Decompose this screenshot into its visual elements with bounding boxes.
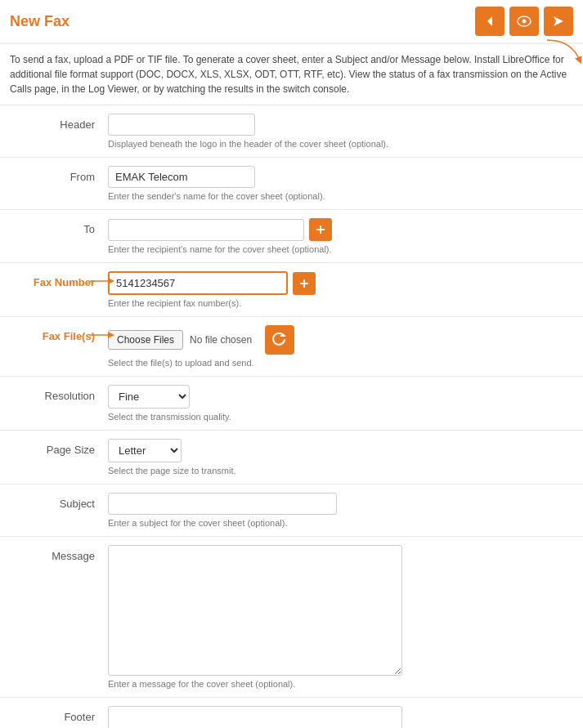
no-file-text: No file chosen [190, 334, 252, 346]
fax-files-hint: Select the file(s) to upload and send. [108, 358, 573, 368]
fax-files-row: Fax File(s) Choose Files No file chosen … [0, 317, 583, 377]
header-bar: New Fax [0, 0, 583, 44]
page-title: New Fax [10, 13, 70, 30]
refresh-button[interactable] [265, 325, 294, 355]
fax-number-add-button[interactable] [293, 272, 316, 295]
page-size-label: Page Size [10, 439, 108, 456]
file-input-row: Choose Files No file chosen [108, 325, 573, 355]
svg-marker-4 [316, 226, 325, 234]
preview-button[interactable] [509, 7, 539, 36]
svg-marker-0 [487, 16, 492, 26]
from-row: From Enter the sender's name for the cov… [0, 158, 583, 210]
message-textarea[interactable] [108, 545, 402, 676]
resolution-select[interactable]: Fine Normal High [108, 385, 190, 409]
to-hint: Enter the recipient's name for the cover… [108, 244, 573, 254]
footer-label: Footer [10, 706, 108, 723]
header-row: Header Displayed beneath the logo in the… [0, 105, 583, 158]
fax-number-label-wrapper: Fax Number [10, 271, 108, 288]
to-content: Enter the recipient's name for the cover… [108, 218, 573, 254]
fax-number-input-row [108, 271, 573, 295]
svg-marker-6 [300, 279, 308, 288]
message-label: Message [10, 545, 108, 562]
footer-content [108, 706, 573, 728]
resolution-hint: Select the transmission quality. [108, 412, 573, 422]
resolution-label: Resolution [10, 385, 108, 402]
header-label: Header [10, 114, 108, 131]
message-hint: Enter a message for the cover sheet (opt… [108, 679, 573, 689]
svg-point-2 [522, 20, 527, 24]
subject-row: Subject Enter a subject for the cover sh… [0, 485, 583, 537]
header-hint: Displayed beneath the logo in the header… [108, 139, 573, 149]
subject-content: Enter a subject for the cover sheet (opt… [108, 493, 573, 528]
from-input[interactable] [108, 166, 255, 188]
page-size-hint: Select the page size to transmit. [108, 466, 573, 476]
page-size-select[interactable]: Letter A4 Legal [108, 439, 182, 462]
fax-files-label-wrapper: Fax File(s) [10, 325, 108, 342]
to-input[interactable] [108, 219, 304, 241]
back-button[interactable] [475, 7, 505, 36]
footer-row: Footer [0, 698, 583, 728]
fax-number-hint: Enter the recipient fax number(s). [108, 298, 573, 308]
fax-number-arrow [90, 275, 114, 288]
resolution-row: Resolution Fine Normal High Select the t… [0, 377, 583, 431]
subject-hint: Enter a subject for the cover sheet (opt… [108, 518, 573, 528]
fax-number-input[interactable] [108, 271, 288, 295]
toolbar-buttons [475, 7, 573, 36]
fax-files-arrow [90, 328, 114, 342]
fax-number-content: Enter the recipient fax number(s). [108, 271, 573, 308]
fax-form: Header Displayed beneath the logo in the… [0, 105, 583, 728]
header-content: Displayed beneath the logo in the header… [108, 114, 573, 149]
fax-number-label: Fax Number [34, 276, 95, 288]
svg-marker-7 [108, 332, 114, 338]
from-hint: Enter the sender's name for the cover sh… [108, 191, 573, 201]
svg-marker-3 [554, 16, 563, 26]
resolution-content: Fine Normal High Select the transmission… [108, 385, 573, 422]
svg-marker-5 [108, 278, 114, 284]
subject-input[interactable] [108, 493, 337, 515]
header-input[interactable] [108, 114, 255, 136]
subject-label: Subject [10, 493, 108, 510]
fax-number-row: Fax Number Enter the recipient fax numbe… [0, 263, 583, 317]
fax-files-content: Choose Files No file chosen Select the f… [108, 325, 573, 368]
page-size-row: Page Size Letter A4 Legal Select the pag… [0, 431, 583, 485]
to-add-button[interactable] [309, 218, 332, 241]
fax-files-label: Fax File(s) [43, 330, 95, 342]
from-label: From [10, 166, 108, 183]
to-row: To Enter the recipient's name for the co… [0, 210, 583, 263]
page-size-content: Letter A4 Legal Select the page size to … [108, 439, 573, 476]
to-label: To [10, 218, 108, 235]
message-row: Message Enter a message for the cover sh… [0, 537, 583, 698]
description-text: To send a fax, upload a PDF or TIF file.… [0, 44, 583, 105]
footer-textarea[interactable] [108, 706, 402, 728]
send-button[interactable] [544, 7, 573, 36]
to-input-row [108, 218, 573, 241]
from-content: Enter the sender's name for the cover sh… [108, 166, 573, 201]
message-content: Enter a message for the cover sheet (opt… [108, 545, 573, 689]
choose-files-button[interactable]: Choose Files [108, 330, 183, 350]
